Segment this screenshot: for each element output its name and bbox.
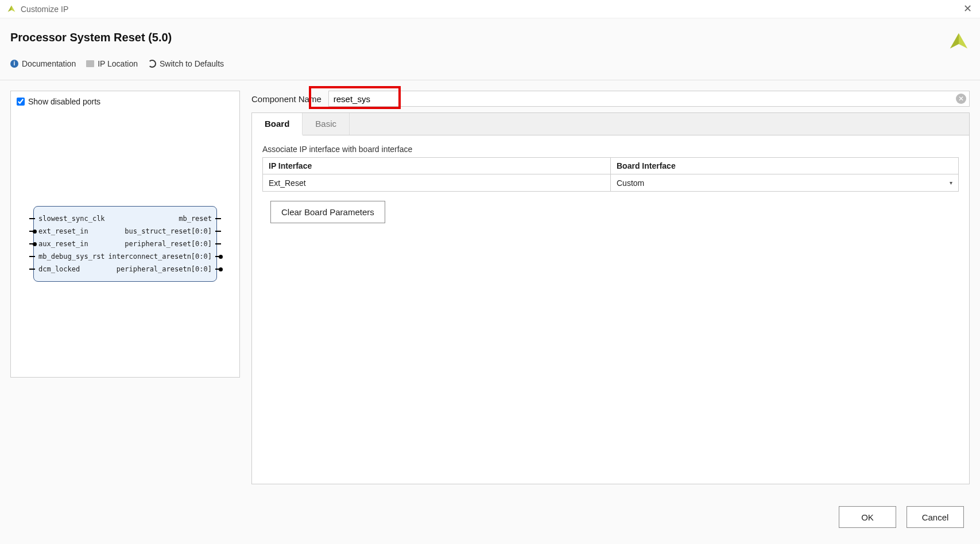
port-out-4: peripheral_aresetn[0:0] — [117, 265, 212, 273]
interface-table: IP Interface Board Interface Ext_Reset C… — [262, 157, 959, 192]
col-ip-interface: IP Interface — [263, 158, 611, 174]
col-board-interface: Board Interface — [611, 158, 959, 174]
table-row: Ext_Reset Custom ▾ — [263, 174, 959, 192]
cancel-button[interactable]: Cancel — [907, 506, 964, 528]
tabs: Board Basic — [252, 113, 969, 135]
port-out-2: peripheral_reset[0:0] — [125, 240, 212, 248]
switch-defaults-link[interactable]: Switch to Defaults — [148, 59, 224, 68]
clear-input-icon[interactable]: ✕ — [956, 94, 966, 104]
port-out-3: interconnect_aresetn[0:0] — [108, 252, 212, 261]
tab-board[interactable]: Board — [252, 113, 303, 135]
component-name-row: Component Name ✕ — [251, 91, 970, 107]
pin-in-icon — [29, 269, 35, 270]
tab-area: Board Basic Associate IP interface with … — [251, 112, 970, 484]
clear-board-parameters-button[interactable]: Clear Board Parameters — [270, 201, 385, 223]
ip-location-label: IP Location — [98, 59, 138, 68]
show-disabled-ports-label: Show disabled ports — [28, 97, 100, 106]
pin-in-icon — [29, 243, 35, 244]
ok-button[interactable]: OK — [839, 506, 896, 528]
pin-out-icon — [215, 243, 221, 244]
close-icon[interactable]: ✕ — [963, 3, 972, 14]
pin-out-icon — [215, 256, 221, 257]
pin-in-icon — [29, 231, 35, 232]
toolbar-links: i Documentation IP Location Switch to De… — [10, 59, 224, 74]
switch-defaults-label: Switch to Defaults — [160, 59, 224, 68]
folder-icon — [86, 60, 94, 67]
associate-label: Associate IP interface with board interf… — [262, 145, 959, 154]
port-out-1: bus_struct_reset[0:0] — [125, 227, 212, 235]
header: Processor System Reset (5.0) i Documenta… — [0, 18, 980, 80]
show-disabled-ports-checkbox[interactable]: Show disabled ports — [17, 97, 234, 106]
pin-out-icon — [215, 231, 221, 232]
app-logo-icon — [7, 5, 16, 14]
config-panel: Component Name ✕ Board Basic Associate I… — [251, 91, 970, 484]
footer: OK Cancel — [0, 495, 980, 544]
pin-out-icon — [215, 218, 221, 219]
documentation-label: Documentation — [22, 59, 76, 68]
port-in-1: ext_reset_in — [38, 227, 88, 235]
tab-body: Associate IP interface with board interf… — [252, 135, 969, 484]
component-name-label: Component Name — [251, 94, 321, 104]
port-in-3: mb_debug_sys_rst — [38, 252, 105, 261]
port-out-0: mb_reset — [179, 215, 212, 223]
show-disabled-ports-input[interactable] — [17, 98, 25, 106]
preview-panel: Show disabled ports slowest_sync_clk mb_… — [10, 91, 240, 378]
pin-out-icon — [215, 269, 221, 270]
cell-board-interface[interactable]: Custom ▾ — [611, 174, 959, 192]
documentation-link[interactable]: i Documentation — [10, 59, 76, 68]
page-title: Processor System Reset (5.0) — [10, 31, 224, 44]
window-title: Customize IP — [21, 5, 68, 14]
pin-in-icon — [29, 256, 35, 257]
port-in-0: slowest_sync_clk — [38, 215, 105, 223]
vendor-logo-icon — [948, 31, 970, 53]
cell-ip-interface: Ext_Reset — [263, 174, 611, 192]
chevron-down-icon: ▾ — [950, 180, 952, 186]
pin-in-icon — [29, 218, 35, 219]
component-name-input[interactable] — [328, 91, 970, 107]
ip-block-diagram: slowest_sync_clk mb_reset ext_reset_in b… — [33, 206, 217, 282]
ip-location-link[interactable]: IP Location — [86, 59, 138, 68]
board-interface-value: Custom — [617, 178, 644, 188]
port-in-2: aux_reset_in — [38, 240, 88, 248]
port-in-4: dcm_locked — [38, 265, 80, 273]
title-bar: Customize IP ✕ — [0, 0, 980, 18]
refresh-icon — [148, 60, 156, 68]
tab-basic[interactable]: Basic — [303, 113, 350, 135]
info-icon: i — [10, 60, 18, 68]
body: Show disabled ports slowest_sync_clk mb_… — [0, 80, 980, 495]
board-interface-dropdown[interactable]: Custom ▾ — [617, 178, 952, 188]
